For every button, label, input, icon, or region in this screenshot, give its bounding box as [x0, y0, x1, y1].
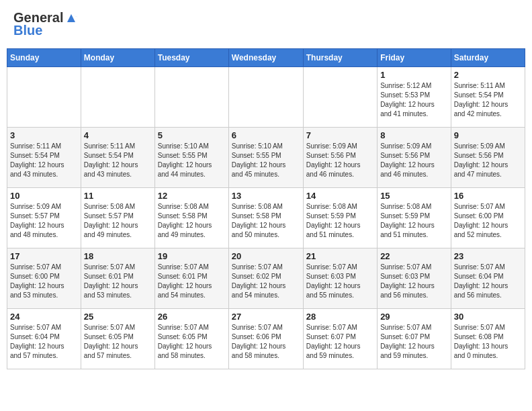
calendar-cell: 27Sunrise: 5:07 AM Sunset: 6:06 PM Dayli…	[228, 309, 303, 369]
calendar-cell: 10Sunrise: 5:09 AM Sunset: 5:57 PM Dayli…	[7, 188, 81, 248]
day-info: Sunrise: 5:09 AM Sunset: 5:56 PM Dayligh…	[454, 142, 522, 179]
day-number: 10	[10, 191, 78, 201]
day-info: Sunrise: 5:07 AM Sunset: 6:04 PM Dayligh…	[454, 263, 522, 300]
day-number: 22	[380, 251, 448, 261]
weekday-header: Wednesday	[228, 49, 303, 67]
day-number: 26	[158, 312, 226, 322]
day-number: 16	[454, 191, 522, 201]
weekday-header: Monday	[81, 49, 154, 67]
calendar-cell: 11Sunrise: 5:08 AM Sunset: 5:57 PM Dayli…	[81, 188, 154, 248]
day-info: Sunrise: 5:09 AM Sunset: 5:57 PM Dayligh…	[10, 202, 78, 240]
day-info: Sunrise: 5:07 AM Sunset: 6:02 PM Dayligh…	[232, 263, 300, 300]
day-number: 9	[454, 130, 522, 140]
calendar-cell: 16Sunrise: 5:07 AM Sunset: 6:00 PM Dayli…	[451, 188, 525, 248]
weekday-header: Thursday	[303, 49, 377, 67]
day-number: 25	[84, 312, 152, 322]
calendar-cell: 23Sunrise: 5:07 AM Sunset: 6:04 PM Dayli…	[451, 248, 525, 309]
day-number: 13	[232, 191, 300, 201]
day-info: Sunrise: 5:07 AM Sunset: 6:01 PM Dayligh…	[84, 263, 152, 300]
day-info: Sunrise: 5:11 AM Sunset: 5:54 PM Dayligh…	[10, 142, 78, 179]
calendar-cell: 19Sunrise: 5:07 AM Sunset: 6:01 PM Dayli…	[154, 248, 228, 309]
calendar-cell: 3Sunrise: 5:11 AM Sunset: 5:54 PM Daylig…	[7, 128, 81, 188]
calendar-cell: 4Sunrise: 5:11 AM Sunset: 5:54 PM Daylig…	[81, 128, 154, 188]
day-info: Sunrise: 5:08 AM Sunset: 5:59 PM Dayligh…	[306, 202, 374, 240]
day-number: 28	[306, 312, 374, 322]
day-number: 23	[454, 251, 522, 261]
day-info: Sunrise: 5:07 AM Sunset: 6:05 PM Dayligh…	[158, 323, 226, 361]
day-info: Sunrise: 5:11 AM Sunset: 5:54 PM Dayligh…	[454, 81, 522, 119]
calendar-week-row: 24Sunrise: 5:07 AM Sunset: 6:04 PM Dayli…	[7, 309, 525, 369]
day-info: Sunrise: 5:07 AM Sunset: 6:01 PM Dayligh…	[158, 263, 226, 300]
day-number: 6	[232, 130, 300, 140]
day-info: Sunrise: 5:07 AM Sunset: 6:08 PM Dayligh…	[454, 323, 522, 361]
day-info: Sunrise: 5:07 AM Sunset: 6:00 PM Dayligh…	[10, 263, 78, 300]
day-info: Sunrise: 5:08 AM Sunset: 5:58 PM Dayligh…	[158, 202, 226, 240]
calendar-cell: 24Sunrise: 5:07 AM Sunset: 6:04 PM Dayli…	[7, 309, 81, 369]
calendar-cell: 7Sunrise: 5:09 AM Sunset: 5:56 PM Daylig…	[303, 128, 377, 188]
calendar-cell: 18Sunrise: 5:07 AM Sunset: 6:01 PM Dayli…	[81, 248, 154, 309]
calendar-cell: 2Sunrise: 5:11 AM Sunset: 5:54 PM Daylig…	[451, 67, 525, 128]
calendar-cell: 9Sunrise: 5:09 AM Sunset: 5:56 PM Daylig…	[451, 128, 525, 188]
calendar-cell: 8Sunrise: 5:09 AM Sunset: 5:56 PM Daylig…	[378, 128, 451, 188]
day-info: Sunrise: 5:08 AM Sunset: 5:57 PM Dayligh…	[84, 202, 152, 240]
calendar-table: SundayMondayTuesdayWednesdayThursdayFrid…	[7, 48, 525, 369]
calendar-cell: 26Sunrise: 5:07 AM Sunset: 6:05 PM Dayli…	[154, 309, 228, 369]
calendar-week-row: 17Sunrise: 5:07 AM Sunset: 6:00 PM Dayli…	[7, 248, 525, 309]
day-info: Sunrise: 5:07 AM Sunset: 6:00 PM Dayligh…	[454, 202, 522, 240]
day-number: 5	[158, 130, 226, 140]
day-info: Sunrise: 5:07 AM Sunset: 6:03 PM Dayligh…	[306, 263, 374, 300]
day-number: 3	[10, 130, 78, 140]
calendar-cell	[7, 67, 81, 128]
calendar-cell: 1Sunrise: 5:12 AM Sunset: 5:53 PM Daylig…	[378, 67, 451, 128]
day-info: Sunrise: 5:09 AM Sunset: 5:56 PM Dayligh…	[380, 142, 448, 179]
calendar-cell: 29Sunrise: 5:07 AM Sunset: 6:07 PM Dayli…	[378, 309, 451, 369]
day-number: 20	[232, 251, 300, 261]
calendar-cell: 21Sunrise: 5:07 AM Sunset: 6:03 PM Dayli…	[303, 248, 377, 309]
day-number: 29	[380, 312, 448, 322]
calendar-cell: 20Sunrise: 5:07 AM Sunset: 6:02 PM Dayli…	[228, 248, 303, 309]
calendar-cell: 14Sunrise: 5:08 AM Sunset: 5:59 PM Dayli…	[303, 188, 377, 248]
calendar-header-row: SundayMondayTuesdayWednesdayThursdayFrid…	[7, 49, 525, 67]
calendar-cell: 6Sunrise: 5:10 AM Sunset: 5:55 PM Daylig…	[228, 128, 303, 188]
calendar-cell: 13Sunrise: 5:08 AM Sunset: 5:58 PM Dayli…	[228, 188, 303, 248]
day-number: 18	[84, 251, 152, 261]
day-number: 1	[380, 70, 448, 80]
weekday-header: Friday	[378, 49, 451, 67]
calendar-cell: 28Sunrise: 5:07 AM Sunset: 6:07 PM Dayli…	[303, 309, 377, 369]
calendar-cell: 17Sunrise: 5:07 AM Sunset: 6:00 PM Dayli…	[7, 248, 81, 309]
day-number: 27	[232, 312, 300, 322]
day-info: Sunrise: 5:09 AM Sunset: 5:56 PM Dayligh…	[306, 142, 374, 179]
calendar-cell: 25Sunrise: 5:07 AM Sunset: 6:05 PM Dayli…	[81, 309, 154, 369]
calendar-cell: 30Sunrise: 5:07 AM Sunset: 6:08 PM Dayli…	[451, 309, 525, 369]
day-info: Sunrise: 5:11 AM Sunset: 5:54 PM Dayligh…	[84, 142, 152, 179]
day-number: 4	[84, 130, 152, 140]
calendar-cell: 5Sunrise: 5:10 AM Sunset: 5:55 PM Daylig…	[154, 128, 228, 188]
calendar-cell: 12Sunrise: 5:08 AM Sunset: 5:58 PM Dayli…	[154, 188, 228, 248]
weekday-header: Tuesday	[154, 49, 228, 67]
weekday-header: Saturday	[451, 49, 525, 67]
day-info: Sunrise: 5:07 AM Sunset: 6:07 PM Dayligh…	[380, 323, 448, 361]
calendar-cell	[228, 67, 303, 128]
day-info: Sunrise: 5:08 AM Sunset: 5:59 PM Dayligh…	[380, 202, 448, 240]
logo-blue-text: Blue	[13, 23, 42, 38]
weekday-header: Sunday	[7, 49, 81, 67]
day-info: Sunrise: 5:07 AM Sunset: 6:04 PM Dayligh…	[10, 323, 78, 361]
day-info: Sunrise: 5:10 AM Sunset: 5:55 PM Dayligh…	[232, 142, 300, 179]
day-info: Sunrise: 5:07 AM Sunset: 6:03 PM Dayligh…	[380, 263, 448, 300]
day-info: Sunrise: 5:07 AM Sunset: 6:05 PM Dayligh…	[84, 323, 152, 361]
day-number: 30	[454, 312, 522, 322]
calendar-week-row: 1Sunrise: 5:12 AM Sunset: 5:53 PM Daylig…	[7, 67, 525, 128]
day-number: 19	[158, 251, 226, 261]
calendar-cell	[303, 67, 377, 128]
day-number: 24	[10, 312, 78, 322]
day-number: 15	[380, 191, 448, 201]
day-info: Sunrise: 5:07 AM Sunset: 6:06 PM Dayligh…	[232, 323, 300, 361]
day-number: 17	[10, 251, 78, 261]
calendar-week-row: 10Sunrise: 5:09 AM Sunset: 5:57 PM Dayli…	[7, 188, 525, 248]
calendar-cell: 22Sunrise: 5:07 AM Sunset: 6:03 PM Dayli…	[378, 248, 451, 309]
day-number: 14	[306, 191, 374, 201]
day-number: 7	[306, 130, 374, 140]
calendar-cell	[154, 67, 228, 128]
page-header: General Blue	[7, 7, 525, 42]
day-info: Sunrise: 5:07 AM Sunset: 6:07 PM Dayligh…	[306, 323, 374, 361]
